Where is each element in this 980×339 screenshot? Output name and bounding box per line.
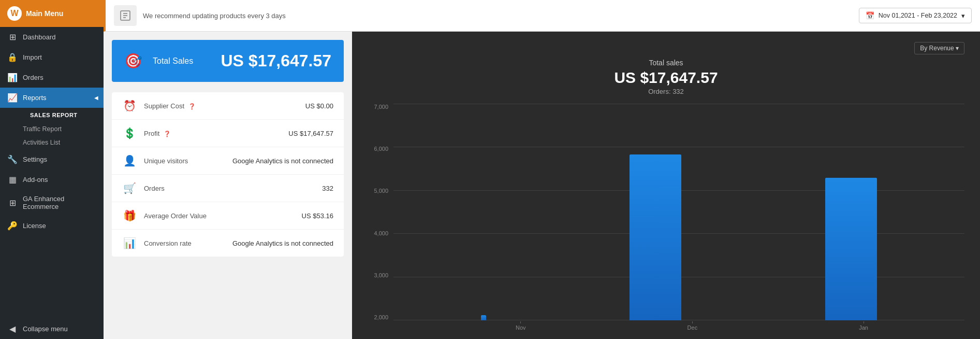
x-labels: Nov Dec Jan: [419, 321, 964, 331]
total-sales-card: 🎯 Total Sales US $17,647.57: [112, 40, 344, 82]
y-label: 5,000: [374, 188, 388, 194]
chart-grid: 7,000 6,000 5,000 4,000 3,000 2,000: [368, 104, 964, 331]
chart-area: Nov Dec Jan: [393, 104, 964, 331]
update-icon: [114, 5, 137, 26]
license-icon: 🔑: [7, 221, 18, 231]
supplier-cost-icon: ⏰: [122, 100, 137, 112]
sidebar-item-addons[interactable]: ▦ Add-ons: [0, 170, 104, 190]
total-sales-label: Total Sales: [153, 56, 193, 66]
sidebar-sub-reports: Sales Report Traffic Report Activities L…: [0, 108, 104, 149]
sidebar: W Main Menu ⊞ Dashboard 🔒 Import 📊 Order…: [0, 0, 104, 339]
conversion-value: Google Analytics is not connected: [232, 239, 333, 247]
profit-label: Profit ❓: [144, 130, 206, 137]
sidebar-sub-item-traffic-report[interactable]: Traffic Report: [23, 122, 104, 136]
sidebar-item-label: License: [23, 222, 46, 230]
update-text: We recommend updating products every 3 d…: [143, 12, 286, 20]
orders-icon: 📊: [7, 73, 18, 82]
conversion-icon: 📊: [122, 237, 137, 249]
right-panel: By Revenue ▾ Total sales US $17,647.57 O…: [352, 32, 980, 339]
chart-title: Total sales: [368, 59, 964, 67]
sidebar-header[interactable]: W Main Menu: [0, 0, 104, 27]
sidebar-item-label: Collapse menu: [23, 325, 68, 333]
bar-nov: [481, 315, 486, 320]
sidebar-item-settings[interactable]: 🔧 Settings: [0, 149, 104, 170]
table-row: 👤 Unique visitors Google Analytics is no…: [112, 147, 344, 175]
sidebar-item-label: Settings: [23, 156, 47, 163]
addons-icon: ▦: [7, 175, 18, 185]
sidebar-item-collapse[interactable]: ◀ Collapse menu: [0, 319, 104, 339]
stats-table: ⏰ Supplier Cost ❓ US $0.00 💲 Profit ❓ US…: [112, 92, 344, 257]
dropdown-arrow-icon: ▾: [961, 12, 965, 20]
profit-value: US $17,647.57: [288, 130, 333, 137]
table-row: 📊 Conversion rate Google Analytics is no…: [112, 230, 344, 257]
profit-icon: 💲: [122, 127, 137, 139]
conversion-label: Conversion rate: [144, 239, 206, 247]
content-area: 🎯 Total Sales US $17,647.57 ⏰ Supplier C…: [104, 32, 980, 339]
by-revenue-button[interactable]: By Revenue ▾: [914, 42, 964, 54]
chart-top: By Revenue ▾: [368, 42, 964, 54]
visitors-icon: 👤: [122, 154, 137, 167]
sidebar-item-label: Dashboard: [23, 33, 56, 41]
import-icon: 🔒: [7, 52, 18, 62]
x-label-nov: Nov: [516, 321, 526, 331]
orders-stat-value: 332: [322, 185, 333, 192]
left-panel: 🎯 Total Sales US $17,647.57 ⏰ Supplier C…: [104, 32, 352, 339]
total-sales-value: US $17,647.57: [221, 51, 332, 70]
wp-logo-icon: W: [7, 6, 22, 21]
target-icon: 🎯: [124, 52, 142, 69]
sidebar-item-reports[interactable]: 📈 Reports: [0, 88, 104, 108]
chart-orders: Orders: 332: [368, 88, 964, 95]
orders-stat-icon: 🛒: [122, 182, 137, 194]
chart-header: Total sales US $17,647.57 Orders: 332: [368, 59, 964, 95]
y-label: 4,000: [374, 230, 388, 236]
bar-chart: 7,000 6,000 5,000 4,000 3,000 2,000: [368, 104, 964, 331]
table-row: 🛒 Orders 332: [112, 175, 344, 202]
settings-icon: 🔧: [7, 154, 18, 164]
sidebar-item-ga-enhanced[interactable]: ⊞ GA Enhanced Ecommerce: [0, 190, 104, 216]
by-revenue-label: By Revenue ▾: [920, 45, 959, 52]
x-label-jan: Jan: [859, 321, 868, 331]
dashboard-icon: ⊞: [7, 32, 18, 42]
help-icon[interactable]: ❓: [164, 131, 171, 137]
main-content: We recommend updating products every 3 d…: [104, 0, 980, 339]
y-label: 2,000: [374, 314, 388, 320]
sidebar-item-dashboard[interactable]: ⊞ Dashboard: [0, 27, 104, 47]
sidebar-item-import[interactable]: 🔒 Import: [0, 47, 104, 67]
unique-visitors-label: Unique visitors: [144, 157, 206, 165]
sidebar-item-label: GA Enhanced Ecommerce: [23, 195, 96, 210]
avg-order-value: US $53.16: [302, 212, 333, 220]
sidebar-item-license[interactable]: 🔑 License: [0, 216, 104, 236]
supplier-cost-value: US $0.00: [305, 102, 333, 110]
top-bar: We recommend updating products every 3 d…: [104, 0, 980, 32]
y-label: 3,000: [374, 272, 388, 278]
date-range-text: Nov 01,2021 - Feb 23,2022: [879, 12, 957, 19]
bar-group-dec: [630, 154, 681, 320]
sidebar-item-label: Import: [23, 53, 42, 61]
sidebar-sub-item-activities-list[interactable]: Activities List: [23, 136, 104, 149]
y-label: 6,000: [374, 146, 388, 152]
sidebar-sub-item-sales-report[interactable]: Sales Report: [23, 108, 104, 122]
bar-group-nov: [481, 315, 486, 320]
bars-container: [393, 104, 964, 320]
date-picker-button[interactable]: 📅 Nov 01,2021 - Feb 23,2022 ▾: [859, 8, 972, 23]
sidebar-header-label: Main Menu: [26, 9, 63, 18]
sidebar-item-label: Orders: [23, 74, 43, 81]
avg-order-icon: 🎁: [122, 209, 137, 222]
collapse-icon: ◀: [7, 324, 18, 334]
top-bar-left: We recommend updating products every 3 d…: [114, 5, 286, 26]
sidebar-item-label: Reports: [23, 94, 47, 102]
bar-group-jan: [825, 178, 877, 320]
y-axis: 7,000 6,000 5,000 4,000 3,000 2,000: [368, 104, 393, 331]
orders-stat-label: Orders: [144, 185, 206, 192]
y-label: 7,000: [374, 104, 388, 110]
table-row: 🎁 Average Order Value US $53.16: [112, 202, 344, 230]
table-row: 💲 Profit ❓ US $17,647.57: [112, 120, 344, 147]
avg-order-label: Average Order Value: [144, 212, 207, 220]
x-label-dec: Dec: [688, 321, 698, 331]
table-row: ⏰ Supplier Cost ❓ US $0.00: [112, 92, 344, 120]
supplier-cost-label: Supplier Cost ❓: [144, 102, 206, 110]
chart-total: US $17,647.57: [368, 69, 964, 87]
sidebar-item-orders[interactable]: 📊 Orders: [0, 67, 104, 88]
bar-dec: [630, 154, 681, 320]
help-icon[interactable]: ❓: [188, 103, 196, 109]
